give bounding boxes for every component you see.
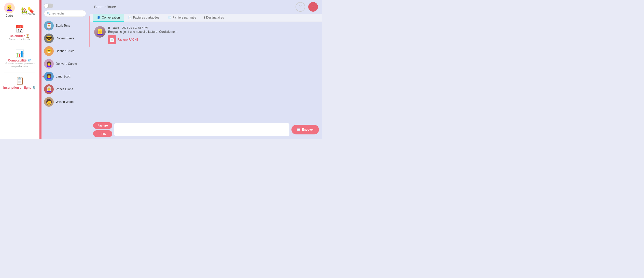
sidebar-item-comptabilite[interactable]: 📊 Comptabilité 💎 Gérer vos factures, pai… xyxy=(0,47,39,71)
message-content: B Jade 2024-01-30, 7:57 PM Bonjour, ci-j… xyxy=(108,26,177,44)
chat-messages: 👱‍♀️ B Jade 2024-01-30, 7:57 PM Bonjour,… xyxy=(90,22,322,120)
message-input[interactable] xyxy=(114,123,289,136)
file-attachment[interactable]: 📄 Facture FACN3 xyxy=(108,35,177,44)
contact-avatar: 🙍‍♀️ xyxy=(44,59,54,69)
message-text: Bonjour, ci-joint une nouvelle facture. … xyxy=(108,30,177,34)
inscription-icon: 📋 xyxy=(15,76,24,85)
contact-item-rogers-steve[interactable]: 😎Rogers Steve xyxy=(41,32,89,45)
contact-item-lang-scott[interactable]: 👩‍🦱Lang Scott xyxy=(41,70,89,83)
chat-area: Banner Bruce ♡ + 👤 Conversation 📄 Factur… xyxy=(90,0,322,139)
add-button[interactable]: + xyxy=(308,2,318,12)
contact-name: Banner Bruce xyxy=(56,49,74,53)
chat-header: Banner Bruce ♡ + xyxy=(90,0,322,14)
message-meta: B Jade 2024-01-30, 7:57 PM xyxy=(108,26,177,29)
sidebar-top-row: 👱‍♀️ Jade 🏡💊 HOUSEMED xyxy=(0,3,39,22)
search-input[interactable] xyxy=(52,12,83,15)
factures-icon: 📄 xyxy=(128,16,132,19)
sidebar-item-desc: Suivre, créer des rdv xyxy=(9,38,30,41)
contact-name: Wilson Wade xyxy=(56,100,74,104)
sidebar-user: 👱‍♀️ Jade xyxy=(4,3,15,18)
message-avatar: 👱‍♀️ xyxy=(94,26,106,38)
chat-header-names: Banner Bruce xyxy=(94,5,296,9)
contact-avatar: 🧑 xyxy=(44,97,54,107)
sidebar-divider xyxy=(4,72,35,72)
contact-avatar: 👩‍🦱 xyxy=(44,72,54,81)
file-name: Facture FACN3 xyxy=(117,38,138,41)
tab-label: Conversation xyxy=(102,16,120,19)
tab-fichiers[interactable]: ✉️ Fichiers partagés xyxy=(163,14,200,22)
tab-factures[interactable]: 📄 Factures partagées xyxy=(124,14,163,22)
sidebar-item-inscription[interactable]: 📋 Inscription en ligne 🎙️ xyxy=(0,74,39,92)
contact-dot xyxy=(43,76,44,78)
sidebar-item-desc: Gérer vos factures, paiements, compte ba… xyxy=(2,62,37,68)
heart-icon: ♡ xyxy=(299,5,302,9)
toggle-switch[interactable] xyxy=(44,4,53,8)
contact-name: Rogers Steve xyxy=(56,37,74,40)
contact-avatar: 😁 xyxy=(44,46,54,56)
contact-name: Prince Diana xyxy=(56,87,73,91)
sidebar-item-label: Inscription en ligne 🎙️ xyxy=(3,86,36,89)
contacts-panel: 🔍 🎅Stark Tony😎Rogers Steve😁Banner Bruce🙍… xyxy=(41,0,89,139)
message-sender: B Jade xyxy=(108,26,119,29)
action-buttons: Facture + File xyxy=(93,122,112,137)
fichiers-icon: ✉️ xyxy=(167,16,171,19)
heart-button[interactable]: ♡ xyxy=(296,2,305,12)
avatar: 👱‍♀️ xyxy=(4,3,15,13)
contacts-list: 🎅Stark Tony😎Rogers Steve😁Banner Bruce🙍‍♀… xyxy=(41,19,89,136)
chat-header-icons: ♡ + xyxy=(296,2,318,12)
tab-label: Factures partagées xyxy=(133,16,159,19)
sidebar: 👱‍♀️ Jade 🏡💊 HOUSEMED 📅 Calendrier ⏳ Sui… xyxy=(0,0,39,139)
file-button[interactable]: + File xyxy=(93,130,112,137)
toggle-area xyxy=(41,3,89,10)
facture-button[interactable]: Facture xyxy=(93,122,112,129)
sidebar-item-calendar[interactable]: 📅 Calendrier ⏳ Suivre, créer des rdv xyxy=(0,22,39,43)
sidebar-logo: 🏡💊 HOUSEMED xyxy=(20,7,35,16)
contact-avatar: 😎 xyxy=(44,34,54,43)
message-timestamp: 2024-01-30, 7:57 PM xyxy=(122,26,148,29)
contact-item-denvers-carole[interactable]: 🙍‍♀️Denvers Carole xyxy=(41,57,89,70)
contact-name: Stark Tony xyxy=(56,24,70,27)
scroll-thumb[interactable] xyxy=(89,16,90,47)
red-divider-bar xyxy=(39,0,41,139)
conversation-icon: 👤 xyxy=(97,16,101,19)
send-icon: ✉️ xyxy=(297,128,300,131)
calendar-icon: 📅 xyxy=(15,25,24,33)
send-label: Envoyer xyxy=(302,128,314,131)
chat-tabs: 👤 Conversation 📄 Factures partagées ✉️ F… xyxy=(90,14,322,22)
contact-avatar: 👩‍🦳 xyxy=(44,84,54,94)
sidebar-user-name: Jade xyxy=(6,14,13,18)
search-bar: 🔍 xyxy=(44,10,86,17)
plus-icon: + xyxy=(312,4,315,10)
chat-footer: Facture + File ✉️ Envoyer xyxy=(90,120,322,139)
contact-item-prince-diana[interactable]: 👩‍🦳Prince Diana xyxy=(41,83,89,96)
contact-avatar: 🎅 xyxy=(44,21,54,30)
tab-conversation[interactable]: 👤 Conversation xyxy=(93,14,124,22)
contact-name: Lang Scott xyxy=(56,75,70,78)
destinataires-icon: i xyxy=(204,16,205,19)
comptabilite-icon: 📊 xyxy=(15,49,24,58)
sidebar-divider xyxy=(4,45,35,45)
contact-item-banner-bruce[interactable]: 😁Banner Bruce xyxy=(41,45,89,57)
logo-icon: 🏡💊 xyxy=(21,7,34,13)
sidebar-item-label: Calendrier ⏳ xyxy=(10,34,30,38)
send-button[interactable]: ✉️ Envoyer xyxy=(291,125,319,134)
tab-destinataires[interactable]: i Destinataires xyxy=(200,14,228,22)
contact-item-stark-tony[interactable]: 🎅Stark Tony xyxy=(41,19,89,32)
logo-text: HOUSEMED xyxy=(20,13,35,16)
tab-label: Destinataires xyxy=(206,16,224,19)
search-icon: 🔍 xyxy=(47,12,51,15)
tab-label: Fichiers partagés xyxy=(173,16,196,19)
file-icon: 📄 xyxy=(108,35,116,44)
contact-name: Denvers Carole xyxy=(56,62,77,66)
contact-item-wilson-wade[interactable]: 🧑Wilson Wade xyxy=(41,96,89,108)
sidebar-item-label: Comptabilité 💎 xyxy=(8,59,31,62)
message-row: 👱‍♀️ B Jade 2024-01-30, 7:57 PM Bonjour,… xyxy=(94,26,318,44)
